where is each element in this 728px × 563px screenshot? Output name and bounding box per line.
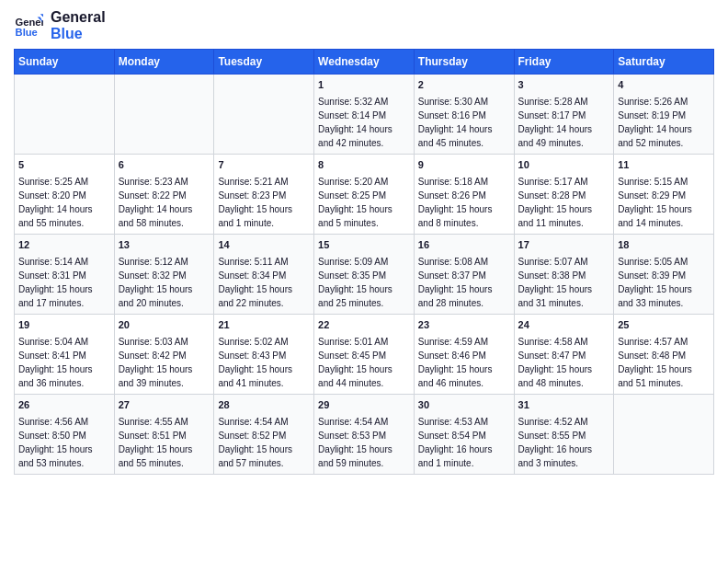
calendar-cell [614, 394, 714, 474]
day-info: Sunrise: 4:58 AM Sunset: 8:47 PM Dayligh… [518, 335, 610, 390]
day-number: 22 [318, 318, 410, 333]
calendar-cell: 6Sunrise: 5:23 AM Sunset: 8:22 PM Daylig… [114, 155, 214, 235]
weekday-friday: Friday [514, 50, 614, 75]
day-number: 31 [518, 398, 610, 413]
day-number: 19 [18, 318, 110, 333]
day-info: Sunrise: 5:30 AM Sunset: 8:16 PM Dayligh… [418, 95, 510, 150]
calendar-cell: 31Sunrise: 4:52 AM Sunset: 8:55 PM Dayli… [514, 394, 614, 474]
calendar-cell: 17Sunrise: 5:07 AM Sunset: 8:38 PM Dayli… [514, 235, 614, 315]
day-info: Sunrise: 4:54 AM Sunset: 8:53 PM Dayligh… [318, 415, 410, 470]
day-info: Sunrise: 5:11 AM Sunset: 8:34 PM Dayligh… [218, 255, 310, 310]
day-number: 3 [518, 78, 610, 93]
calendar-cell: 9Sunrise: 5:18 AM Sunset: 8:26 PM Daylig… [414, 155, 514, 235]
day-info: Sunrise: 5:03 AM Sunset: 8:42 PM Dayligh… [119, 335, 210, 390]
day-number: 4 [618, 78, 710, 93]
day-info: Sunrise: 4:52 AM Sunset: 8:55 PM Dayligh… [518, 415, 610, 470]
logo-blue: Blue [51, 26, 106, 42]
calendar-cell: 16Sunrise: 5:08 AM Sunset: 8:37 PM Dayli… [414, 235, 514, 315]
day-number: 27 [119, 398, 210, 413]
day-number: 24 [518, 318, 610, 333]
logo-general: General [51, 9, 106, 26]
calendar-cell: 10Sunrise: 5:17 AM Sunset: 8:28 PM Dayli… [514, 155, 614, 235]
day-info: Sunrise: 5:20 AM Sunset: 8:25 PM Dayligh… [318, 175, 410, 230]
day-info: Sunrise: 5:08 AM Sunset: 8:37 PM Dayligh… [418, 255, 510, 310]
day-info: Sunrise: 5:32 AM Sunset: 8:14 PM Dayligh… [318, 95, 410, 150]
calendar-cell: 22Sunrise: 5:01 AM Sunset: 8:45 PM Dayli… [314, 315, 415, 395]
calendar-cell: 3Sunrise: 5:28 AM Sunset: 8:17 PM Daylig… [514, 75, 614, 155]
day-info: Sunrise: 5:14 AM Sunset: 8:31 PM Dayligh… [18, 255, 110, 310]
day-info: Sunrise: 4:53 AM Sunset: 8:54 PM Dayligh… [418, 415, 510, 470]
page: General Blue General Blue SundayMondayTu… [0, 0, 728, 563]
day-number: 12 [18, 238, 110, 253]
day-number: 23 [418, 318, 510, 333]
day-info: Sunrise: 5:23 AM Sunset: 8:22 PM Dayligh… [119, 175, 210, 230]
day-number: 8 [318, 158, 410, 173]
day-number: 6 [119, 158, 210, 173]
day-info: Sunrise: 4:55 AM Sunset: 8:51 PM Dayligh… [119, 415, 210, 470]
day-number: 20 [119, 318, 210, 333]
calendar-cell: 1Sunrise: 5:32 AM Sunset: 8:14 PM Daylig… [314, 75, 415, 155]
day-info: Sunrise: 5:25 AM Sunset: 8:20 PM Dayligh… [18, 175, 110, 230]
calendar-cell: 23Sunrise: 4:59 AM Sunset: 8:46 PM Dayli… [414, 315, 514, 395]
calendar-week-1: 1Sunrise: 5:32 AM Sunset: 8:14 PM Daylig… [15, 75, 714, 155]
weekday-monday: Monday [114, 50, 214, 75]
calendar-cell: 19Sunrise: 5:04 AM Sunset: 8:41 PM Dayli… [15, 315, 115, 395]
calendar-table: SundayMondayTuesdayWednesdayThursdayFrid… [14, 49, 714, 475]
day-number: 18 [618, 238, 710, 253]
calendar-cell [15, 75, 115, 155]
calendar-cell: 27Sunrise: 4:55 AM Sunset: 8:51 PM Dayli… [114, 394, 214, 474]
day-number: 16 [418, 238, 510, 253]
calendar-cell: 24Sunrise: 4:58 AM Sunset: 8:47 PM Dayli… [514, 315, 614, 395]
weekday-saturday: Saturday [614, 50, 714, 75]
weekday-thursday: Thursday [414, 50, 514, 75]
day-info: Sunrise: 5:01 AM Sunset: 8:45 PM Dayligh… [318, 335, 410, 390]
calendar-cell: 15Sunrise: 5:09 AM Sunset: 8:35 PM Dayli… [314, 235, 415, 315]
day-info: Sunrise: 4:56 AM Sunset: 8:50 PM Dayligh… [18, 415, 110, 470]
calendar-cell: 11Sunrise: 5:15 AM Sunset: 8:29 PM Dayli… [614, 155, 714, 235]
calendar-week-4: 19Sunrise: 5:04 AM Sunset: 8:41 PM Dayli… [15, 315, 714, 395]
calendar-cell [114, 75, 214, 155]
logo: General Blue General Blue [14, 9, 106, 41]
calendar-cell: 14Sunrise: 5:11 AM Sunset: 8:34 PM Dayli… [214, 235, 314, 315]
calendar-week-2: 5Sunrise: 5:25 AM Sunset: 8:20 PM Daylig… [15, 155, 714, 235]
calendar-cell: 12Sunrise: 5:14 AM Sunset: 8:31 PM Dayli… [15, 235, 115, 315]
day-number: 7 [218, 158, 310, 173]
calendar-cell [214, 75, 314, 155]
day-info: Sunrise: 5:09 AM Sunset: 8:35 PM Dayligh… [318, 255, 410, 310]
calendar-week-3: 12Sunrise: 5:14 AM Sunset: 8:31 PM Dayli… [15, 235, 714, 315]
calendar-cell: 20Sunrise: 5:03 AM Sunset: 8:42 PM Dayli… [114, 315, 214, 395]
calendar-cell: 28Sunrise: 4:54 AM Sunset: 8:52 PM Dayli… [214, 394, 314, 474]
day-number: 14 [218, 238, 310, 253]
day-info: Sunrise: 5:02 AM Sunset: 8:43 PM Dayligh… [218, 335, 310, 390]
weekday-sunday: Sunday [15, 50, 115, 75]
day-number: 28 [218, 398, 310, 413]
calendar-cell: 30Sunrise: 4:53 AM Sunset: 8:54 PM Dayli… [414, 394, 514, 474]
day-number: 10 [518, 158, 610, 173]
day-number: 29 [318, 398, 410, 413]
calendar-cell: 18Sunrise: 5:05 AM Sunset: 8:39 PM Dayli… [614, 235, 714, 315]
calendar-cell: 4Sunrise: 5:26 AM Sunset: 8:19 PM Daylig… [614, 75, 714, 155]
calendar-cell: 8Sunrise: 5:20 AM Sunset: 8:25 PM Daylig… [314, 155, 415, 235]
day-info: Sunrise: 5:26 AM Sunset: 8:19 PM Dayligh… [618, 95, 710, 150]
calendar-cell: 13Sunrise: 5:12 AM Sunset: 8:32 PM Dayli… [114, 235, 214, 315]
day-number: 5 [18, 158, 110, 173]
weekday-header-row: SundayMondayTuesdayWednesdayThursdayFrid… [15, 50, 714, 75]
calendar-cell: 26Sunrise: 4:56 AM Sunset: 8:50 PM Dayli… [15, 394, 115, 474]
calendar-cell: 5Sunrise: 5:25 AM Sunset: 8:20 PM Daylig… [15, 155, 115, 235]
day-info: Sunrise: 5:18 AM Sunset: 8:26 PM Dayligh… [418, 175, 510, 230]
calendar-cell: 21Sunrise: 5:02 AM Sunset: 8:43 PM Dayli… [214, 315, 314, 395]
day-number: 1 [318, 78, 410, 93]
calendar-cell: 25Sunrise: 4:57 AM Sunset: 8:48 PM Dayli… [614, 315, 714, 395]
generalblue-logo-icon: General Blue [14, 11, 43, 40]
day-info: Sunrise: 4:54 AM Sunset: 8:52 PM Dayligh… [218, 415, 310, 470]
day-info: Sunrise: 5:17 AM Sunset: 8:28 PM Dayligh… [518, 175, 610, 230]
svg-text:Blue: Blue [16, 27, 38, 38]
calendar-cell: 2Sunrise: 5:30 AM Sunset: 8:16 PM Daylig… [414, 75, 514, 155]
weekday-wednesday: Wednesday [314, 50, 415, 75]
day-number: 25 [618, 318, 710, 333]
calendar-cell: 29Sunrise: 4:54 AM Sunset: 8:53 PM Dayli… [314, 394, 415, 474]
calendar-week-5: 26Sunrise: 4:56 AM Sunset: 8:50 PM Dayli… [15, 394, 714, 474]
day-number: 15 [318, 238, 410, 253]
day-info: Sunrise: 5:04 AM Sunset: 8:41 PM Dayligh… [18, 335, 110, 390]
day-info: Sunrise: 5:28 AM Sunset: 8:17 PM Dayligh… [518, 95, 610, 150]
